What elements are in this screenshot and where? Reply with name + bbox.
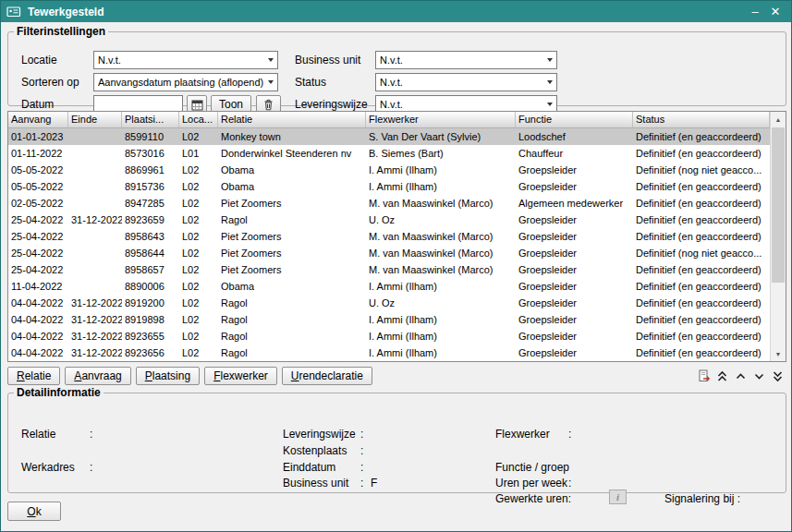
table-cell: Definitief (en geaccordeerd) bbox=[633, 178, 770, 195]
sorteren-op-select[interactable]: Aanvangsdatum plaatsing (aflopend) bbox=[93, 73, 278, 91]
table-cell bbox=[68, 261, 122, 278]
table-row[interactable]: 05-05-20228915736L02ObamaI. Ammi (Ilham)… bbox=[8, 178, 770, 195]
table-cell: 01-11-2022 bbox=[8, 145, 68, 162]
business-unit-select[interactable]: N.v.t. bbox=[375, 51, 557, 69]
chevron-down-icon bbox=[263, 74, 277, 91]
table-row[interactable]: 04-04-202231-12-20228923655L02RagolI. Am… bbox=[8, 328, 770, 345]
table-row[interactable]: 25-04-20228958657L02Piet ZoomersM. van M… bbox=[8, 261, 770, 278]
table-cell: S. Van Der Vaart (Sylvie) bbox=[366, 128, 516, 145]
table-row[interactable]: 04-04-202231-12-20228919200L02RagolU. Oz… bbox=[8, 295, 770, 311]
ok-button[interactable]: Ok bbox=[7, 502, 61, 521]
table-row[interactable]: 05-05-20228869961L02ObamaI. Ammi (Ilham)… bbox=[8, 162, 770, 178]
scroll-down-one-icon[interactable] bbox=[752, 369, 766, 383]
chevron-down-icon bbox=[263, 52, 277, 68]
table-cell: 8573016 bbox=[122, 145, 179, 162]
table-header-row: AanvangEindePlaatsi...Loca...RelatieFlex… bbox=[8, 112, 772, 128]
scroll-down-icon[interactable]: ▼ bbox=[771, 346, 786, 361]
scrollbar-thumb[interactable] bbox=[772, 127, 785, 283]
detail-gewerkte-uren-label: Gewerkte uren: bbox=[495, 492, 571, 505]
table-row[interactable]: 01-11-20228573016L01Donderwinkel Steende… bbox=[8, 145, 770, 162]
column-header[interactable]: Plaatsi... bbox=[122, 112, 179, 127]
table-cell: 8869961 bbox=[122, 162, 179, 178]
locatie-select[interactable]: N.v.t. bbox=[93, 51, 278, 69]
table-cell: 8923659 bbox=[122, 212, 179, 228]
toon-button-label: Toon bbox=[219, 98, 243, 111]
status-select[interactable]: N.v.t. bbox=[375, 73, 557, 91]
table-row[interactable]: 25-04-202231-12-20228923659L02RagolU. Oz… bbox=[8, 212, 770, 228]
table-cell bbox=[68, 145, 122, 162]
tab-label-accel: U bbox=[291, 369, 299, 382]
filter-settings-legend: Filterinstellingen bbox=[14, 25, 108, 38]
ok-button-accel: O bbox=[27, 505, 35, 518]
table-cell bbox=[68, 278, 122, 295]
table-cell: 31-12-2022 bbox=[68, 212, 122, 228]
column-header[interactable]: Einde bbox=[68, 112, 122, 127]
table-cell: 8958644 bbox=[122, 245, 179, 261]
table-cell: Definitief (en geaccordeerd) bbox=[633, 145, 770, 162]
table-row[interactable]: 04-04-202231-12-20228919898L02RagolI. Am… bbox=[8, 311, 770, 328]
tab-flexwerker[interactable]: Flexwerker bbox=[204, 367, 277, 385]
title-bar[interactable]: Tewerkgesteld – ✕ bbox=[1, 1, 791, 22]
tab-relatie[interactable]: Relatie bbox=[7, 367, 60, 385]
table-cell: L01 bbox=[179, 145, 218, 162]
column-header[interactable]: Loca... bbox=[179, 112, 218, 127]
detail-relatie-colon: : bbox=[90, 428, 92, 441]
table-cell: 01-01-2023 bbox=[8, 128, 68, 145]
detail-business-unit-label: Business unit bbox=[283, 477, 348, 490]
leveringswijze-selected-value: N.v.t. bbox=[376, 99, 542, 110]
detail-relatie-label: Relatie bbox=[21, 428, 55, 441]
detail-leveringswijze-label: Leveringswijze bbox=[283, 428, 356, 441]
detail-uren-per-week-label: Uren per week bbox=[495, 477, 567, 490]
table-row[interactable]: 01-01-20238599110L02Monkey townS. Van De… bbox=[8, 128, 770, 145]
column-header[interactable]: Functie bbox=[516, 112, 633, 127]
locatie-label: Locatie bbox=[21, 51, 57, 69]
scroll-up-icon[interactable]: ▲ bbox=[771, 112, 786, 127]
table-cell: 04-04-2022 bbox=[8, 345, 68, 361]
table-cell: Definitief (en geaccordeerd) bbox=[633, 128, 770, 145]
tab-label: lexwerker bbox=[220, 369, 267, 382]
table-cell: 8958657 bbox=[122, 261, 179, 278]
tab-label: rendeclaratie bbox=[299, 369, 363, 382]
filter-settings-group: Filterinstellingen Locatie N.v.t. Busine… bbox=[7, 25, 786, 106]
tab-label-accel: F bbox=[213, 369, 220, 382]
table-row[interactable]: 04-04-202231-12-20228923656L02RagolI. Am… bbox=[8, 345, 770, 361]
detail-einddatum-label: Einddatum bbox=[283, 461, 335, 474]
tab-aanvraag[interactable]: Aanvraag bbox=[65, 367, 130, 385]
ok-button-label: k bbox=[36, 505, 42, 518]
table-cell bbox=[68, 128, 122, 145]
table-cell bbox=[68, 178, 122, 195]
column-header[interactable]: Status bbox=[633, 112, 770, 127]
detail-flexwerker-label: Flexwerker bbox=[495, 428, 550, 441]
table-cell: Definitief (en geaccordeerd) bbox=[633, 345, 770, 361]
minimize-button[interactable]: – bbox=[745, 3, 765, 20]
scroll-to-bottom-icon[interactable] bbox=[771, 369, 785, 383]
table-cell: Chauffeur bbox=[516, 145, 633, 162]
table-cell: Piet Zoomers bbox=[218, 228, 366, 245]
table-row[interactable]: 25-04-20228958643L02Piet ZoomersM. van M… bbox=[8, 228, 770, 245]
table-cell bbox=[68, 162, 122, 178]
close-button[interactable]: ✕ bbox=[765, 3, 786, 20]
table-cell: Piet Zoomers bbox=[218, 245, 366, 261]
scroll-up-one-icon[interactable] bbox=[734, 369, 748, 383]
table-cell: L02 bbox=[179, 228, 218, 245]
open-record-icon[interactable] bbox=[697, 369, 711, 383]
table-cell: 31-12-2022 bbox=[68, 328, 122, 345]
table-row[interactable]: 25-04-20228958644L02Piet ZoomersM. van M… bbox=[8, 245, 770, 261]
table-cell: 11-04-2022 bbox=[8, 278, 68, 295]
table-cell: Obama bbox=[218, 278, 366, 295]
column-header[interactable]: Flexwerker bbox=[366, 112, 516, 127]
table-cell: Obama bbox=[218, 178, 366, 195]
table-row[interactable]: 02-05-20228947285L02Piet ZoomersM. van M… bbox=[8, 195, 770, 212]
column-header[interactable]: Relatie bbox=[218, 112, 366, 127]
chevron-down-icon bbox=[542, 52, 556, 68]
column-header[interactable]: Aanvang bbox=[8, 112, 68, 127]
tab-plaatsing[interactable]: Plaatsing bbox=[136, 367, 200, 385]
table-cell: 8599110 bbox=[122, 128, 179, 145]
tab-label-accel: R bbox=[17, 369, 25, 382]
scroll-to-top-icon[interactable] bbox=[715, 369, 729, 383]
table-row[interactable]: 11-04-20228890006L02ObamaI. Ammi (Ilham)… bbox=[8, 278, 770, 295]
vertical-scrollbar[interactable]: ▲ ▼ bbox=[770, 112, 786, 361]
table-cell: M. van Maaswinkel (Marco) bbox=[366, 195, 516, 212]
tab-urendeclaratie[interactable]: Urendeclaratie bbox=[282, 367, 372, 385]
info-button[interactable]: i bbox=[609, 490, 627, 504]
